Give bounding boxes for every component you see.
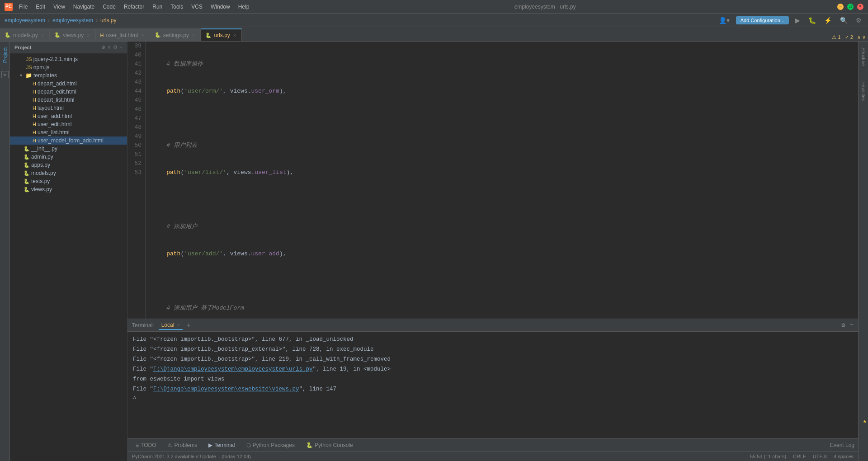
encoding[interactable]: UTF-8 (813, 454, 827, 459)
terminal-link-urls[interactable]: F:\Django\employeesystem\employeesystem\… (153, 366, 313, 372)
line-ending[interactable]: CRLF (793, 454, 806, 459)
list-item[interactable]: H depart_add.html (10, 80, 127, 88)
pycharm-update-status[interactable]: PyCharm 2021.3.2 available // Update... … (132, 454, 251, 459)
html-file-icon: H (33, 130, 36, 135)
close-button[interactable]: × (857, 4, 863, 10)
terminal-tab-local[interactable]: Local × (159, 321, 183, 330)
coverage-icon[interactable]: ⚡ (822, 16, 834, 25)
bottom-tabs: ≡ TODO ⚠ Problems ▶ Terminal ⬡ Python Pa… (127, 438, 858, 451)
bottom-tab-terminal[interactable]: ▶ Terminal (204, 441, 239, 450)
packages-icon: ⬡ (246, 442, 251, 448)
menu-vcs[interactable]: VCS (188, 3, 206, 11)
list-item[interactable]: JS npm.js (10, 63, 127, 71)
menu-window[interactable]: Window (207, 3, 234, 11)
menu-run[interactable]: Run (149, 3, 166, 11)
py-file-icon: 🐍 (24, 146, 30, 152)
settings-icon[interactable]: ⚙ (854, 16, 863, 25)
cursor-position[interactable]: 55:53 (11 chars) (750, 454, 786, 459)
menu-view[interactable]: View (50, 3, 69, 11)
sidebar-expand-icon[interactable]: ≡ (108, 44, 110, 50)
folder-templates[interactable]: ▼ 📁 templates (10, 71, 127, 80)
terminal-link-views[interactable]: F:\Django\employeesystem\eswebsite\views… (153, 386, 299, 392)
run-icon[interactable]: ▶ (793, 16, 802, 25)
terminal-settings-icon[interactable]: ⚙ (841, 321, 845, 329)
event-log-link[interactable]: Event Log (830, 442, 854, 448)
sidebar-header: Project ⊕ ≡ ⚙ − (10, 42, 127, 53)
code-editor[interactable]: 39 40 41 42 43 44 45 46 47 48 49 50 51 5… (127, 42, 858, 319)
bottom-tab-python-packages[interactable]: ⬡ Python Packages (242, 441, 299, 450)
minimize-button[interactable]: − (837, 4, 844, 10)
terminal-header-right: ⚙ − (841, 321, 854, 329)
menu-refactor[interactable]: Refactor (120, 3, 148, 11)
debug-icon[interactable]: 🐛 (807, 16, 818, 25)
list-item[interactable]: H user_add.html (10, 112, 127, 120)
tab-close-models[interactable]: × (40, 32, 45, 38)
main-content: Project ⊞ Project ⊕ ≡ ⚙ − JS jquery-2.2.… (0, 42, 868, 461)
list-item-selected[interactable]: H user_model_form_add.html (10, 136, 127, 145)
maximize-button[interactable]: □ (847, 4, 854, 10)
indent-setting[interactable]: 4 spaces (834, 454, 854, 459)
code-content[interactable]: # 数据库操作 path('user/orm/', views.user_orm… (146, 42, 858, 319)
breadcrumb-root[interactable]: employeesystem (5, 17, 45, 24)
terminal-line: File "<frozen importlib._bootstrap>", li… (133, 334, 853, 344)
menu-navigate[interactable]: Navigate (70, 3, 98, 11)
list-item[interactable]: H user_list.html (10, 128, 127, 136)
status-right: 55:53 (11 chars) CRLF UTF-8 4 spaces (750, 454, 854, 459)
tab-close-views[interactable]: × (86, 32, 90, 38)
list-item[interactable]: 🐍 tests.py (10, 177, 127, 185)
star-icon[interactable]: ★ (863, 417, 867, 425)
list-item[interactable]: 🐍 models.py (10, 169, 127, 177)
structure-icon[interactable]: ⊞ (1, 71, 9, 78)
bottom-tab-python-console[interactable]: 🐍 Python Console (302, 441, 358, 450)
tab-views-py[interactable]: 🐍 views.py × (50, 28, 95, 41)
sidebar-collapse-icon[interactable]: − (120, 44, 123, 50)
menu-code[interactable]: Code (99, 3, 119, 11)
search-icon[interactable]: 🔍 (838, 16, 849, 25)
tab-icon-py: 🐍 (5, 32, 11, 38)
tab-icon-urls: 🐍 (205, 33, 212, 38)
terminal-minimize-icon[interactable]: − (850, 321, 854, 329)
list-item[interactable]: 🐍 admin.py (10, 153, 127, 161)
sidebar-locate-icon[interactable]: ⊕ (101, 44, 105, 50)
breadcrumb-mid[interactable]: employeesystem (52, 17, 93, 24)
tab-close-urls[interactable]: × (232, 32, 237, 38)
code-line-39: # 数据库操作 (152, 60, 851, 69)
tab-models-py[interactable]: 🐍 models.py × (0, 28, 50, 41)
menu-help[interactable]: Help (235, 3, 253, 11)
code-line-48: # 添加用户 基于ModelForm (152, 304, 851, 313)
tab-urls-py[interactable]: 🐍 urls.py × (201, 28, 242, 41)
code-line-41 (152, 114, 851, 123)
chevron-down-icon: ▼ (19, 73, 23, 78)
tab-user-list-html[interactable]: H user_list.html × (96, 28, 150, 41)
list-item[interactable]: H depart_list.html (10, 96, 127, 104)
terminal-add-button[interactable]: + (187, 322, 191, 329)
menu-file[interactable]: File (15, 3, 31, 11)
menu-tools[interactable]: Tools (167, 3, 187, 11)
right-tab-favorites[interactable]: Favorites (859, 79, 867, 104)
list-item[interactable]: H layout.html (10, 104, 127, 112)
list-item[interactable]: 🐍 apps.py (10, 161, 127, 169)
breadcrumb-bar: employeesystem › employeesystem › urls.p… (0, 14, 868, 27)
list-item[interactable]: 🐍 views.py (10, 185, 127, 193)
sidebar-settings-icon[interactable]: ⚙ (113, 44, 118, 50)
terminal-tab-close[interactable]: × (177, 323, 180, 328)
right-tab-structure[interactable]: Structure (859, 44, 867, 70)
left-tab-project[interactable]: Project (1, 44, 9, 66)
html-file-icon: H (33, 138, 36, 143)
window-title: employeesystem - urls.py (514, 4, 576, 10)
list-item[interactable]: JS jquery-2.2.1.min.js (10, 55, 127, 63)
list-item[interactable]: H depart_edit.html (10, 88, 127, 96)
bottom-tab-todo[interactable]: ≡ TODO (131, 441, 160, 450)
html-file-icon: H (33, 81, 36, 86)
terminal-label: Terminal: (132, 322, 154, 329)
tab-settings-py[interactable]: 🐍 settings.py × (150, 28, 201, 41)
bottom-tab-problems[interactable]: ⚠ Problems (163, 441, 202, 450)
menu-edit[interactable]: Edit (32, 3, 49, 11)
profile-icon[interactable]: 👤▾ (717, 16, 731, 25)
add-configuration-button[interactable]: Add Configuration... (736, 16, 789, 24)
tab-close-userlist[interactable]: × (140, 32, 145, 38)
tab-close-settings[interactable]: × (191, 32, 196, 38)
list-item[interactable]: H user_edit.html (10, 120, 127, 128)
window-controls: − □ × (837, 4, 863, 10)
list-item[interactable]: 🐍 __init__.py (10, 145, 127, 153)
